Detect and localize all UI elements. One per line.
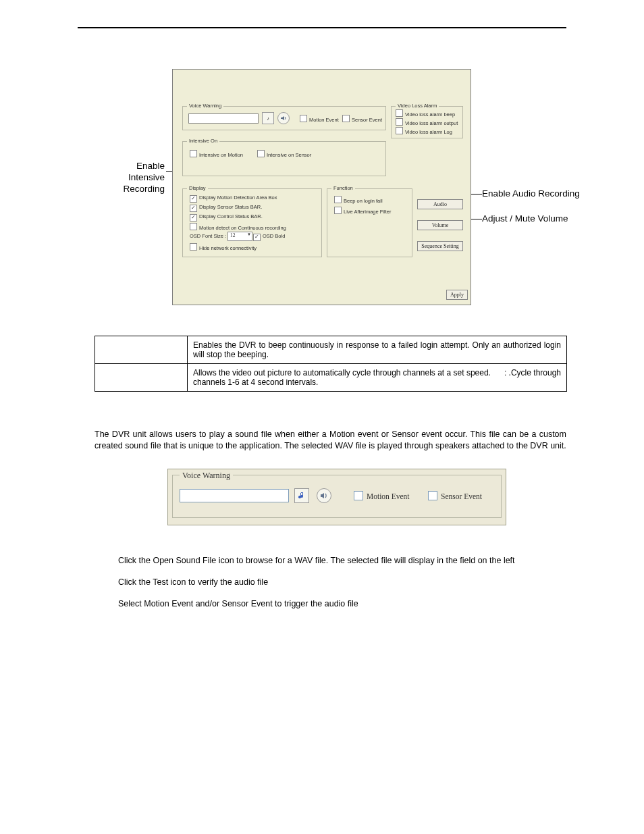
sequence-button[interactable]: Sequence Setting <box>417 241 463 251</box>
motion-event-checkbox[interactable]: Motion Event <box>300 115 339 123</box>
annotation-adjust-mute: Adjust / Mute Volume <box>482 213 568 224</box>
table-cell-label <box>95 336 188 364</box>
voice-warning-closeup-screenshot: Voice Warning Motion Event Sensor Event <box>167 469 506 525</box>
music-note-icon[interactable]: ♪ <box>262 112 274 124</box>
settings-dialog-screenshot: Voice Warning ♪ Motion Event Sensor Even… <box>172 69 471 305</box>
voice-warning-legend: Voice Warning <box>187 103 223 109</box>
display-legend: Display <box>187 185 208 191</box>
sensor-event-checkbox[interactable]: Sensor Event <box>342 115 382 123</box>
music-note-icon[interactable] <box>294 488 309 503</box>
volume-button[interactable]: Volume <box>417 220 463 230</box>
table-cell-desc: Enables the DVR to beep continuously in … <box>188 336 567 364</box>
display-fieldset: Display ✓Display Motion Detection Area B… <box>182 188 322 257</box>
function-legend: Function <box>331 185 355 191</box>
table-cell-desc: Allows the video out picture to automati… <box>188 364 567 392</box>
intensive-on-legend: Intensive On <box>187 138 219 144</box>
hide-network-checkbox[interactable]: Hide network connectivity <box>190 243 257 251</box>
annotation-enable-audio: Enable Audio Recording <box>482 188 580 199</box>
osd-bold-checkbox[interactable]: ✓OSD Bold <box>253 233 285 241</box>
table-cell-label <box>95 364 188 392</box>
steps-list: Click the Open Sound File icon to browse… <box>118 556 644 608</box>
voice-warning-fieldset: Voice Warning ♪ Motion Event Sensor Even… <box>182 106 386 130</box>
audio-button[interactable]: Audio <box>417 199 463 209</box>
video-loss-log-checkbox[interactable]: Video loss alarm Log <box>396 127 452 135</box>
apply-button[interactable]: Apply <box>446 290 468 300</box>
osd-font-label: OSD Font Size : <box>190 233 226 239</box>
step-2: Click the Test icon to verify the audio … <box>118 577 644 587</box>
video-loss-legend: Video Loss Alarm <box>396 103 439 109</box>
function-fieldset: Function Beep on login fail Live Afterim… <box>327 188 412 257</box>
video-loss-fieldset: Video Loss Alarm Video loss alarm beep V… <box>391 106 463 138</box>
motion-continuous-checkbox[interactable]: Motion detect on Continuous recording <box>190 223 286 231</box>
annotation-enable-intensive: Enable Intensive Recording <box>104 161 165 195</box>
speaker-icon[interactable] <box>277 112 290 124</box>
display-motion-area-checkbox[interactable]: ✓Display Motion Detection Area Box <box>190 194 277 203</box>
step-1: Click the Open Sound File icon to browse… <box>118 556 644 565</box>
table-row: Enables the DVR to beep continuously in … <box>95 336 567 364</box>
display-sensor-bar-checkbox[interactable]: ✓Display Sensor Status BAR. <box>190 204 262 212</box>
voice-warning-paragraph: The DVR unit allows users to play a soun… <box>95 429 566 452</box>
voice-warning-path-input[interactable] <box>188 113 259 124</box>
voice-warning-legend-2: Voice Warning <box>180 471 233 481</box>
video-loss-beep-checkbox[interactable]: Video loss alarm beep <box>396 109 455 118</box>
description-table: Enables the DVR to beep continuously in … <box>95 336 567 392</box>
speaker-icon[interactable] <box>317 488 331 503</box>
page-rule <box>78 27 566 28</box>
table-row: Allows the video out picture to automati… <box>95 364 567 392</box>
voice-warning-path-input-2[interactable] <box>180 489 289 502</box>
afterimage-checkbox[interactable]: Live Afterimage Filter <box>334 207 391 215</box>
video-loss-output-checkbox[interactable]: Video loss alarm output <box>396 118 458 126</box>
motion-event-checkbox-2[interactable]: Motion Event <box>354 491 410 500</box>
intensive-sensor-checkbox[interactable]: Intensive on Sensor <box>257 150 311 158</box>
display-control-bar-checkbox[interactable]: ✓Display Control Status BAR. <box>190 213 263 221</box>
beep-login-checkbox[interactable]: Beep on login fail <box>334 196 383 204</box>
step-3: Select Motion Event and/or Sensor Event … <box>118 599 644 608</box>
sensor-event-checkbox-2[interactable]: Sensor Event <box>428 491 482 500</box>
intensive-on-fieldset: Intensive On Intensive on Motion Intensi… <box>182 141 386 176</box>
intensive-motion-checkbox[interactable]: Intensive on Motion <box>190 150 243 158</box>
osd-font-select[interactable]: 12 <box>227 232 252 241</box>
